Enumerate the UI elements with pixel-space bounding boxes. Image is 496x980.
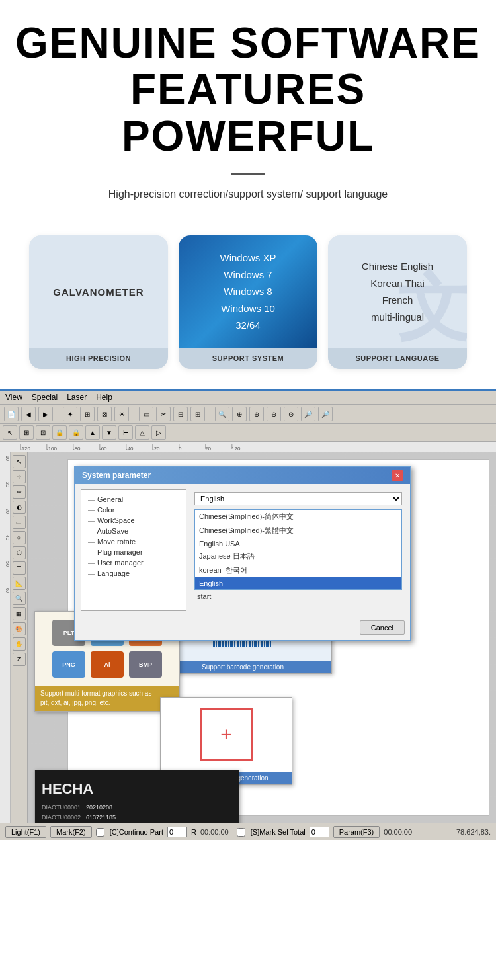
tb2-mirror[interactable]: ⊢ <box>118 425 133 440</box>
lt-zoom[interactable]: 🔍 <box>13 592 26 605</box>
lt-pen[interactable]: ✏ <box>13 485 26 499</box>
lang-option-en[interactable]: English <box>195 577 401 589</box>
qr-corner-bl <box>200 752 209 761</box>
lang-option-cht[interactable]: Chinese(Simplified)-繁體中文 <box>195 524 401 538</box>
tb-sep2 <box>134 407 134 421</box>
tb2-shape4[interactable]: ▷ <box>151 425 166 440</box>
lt-measure[interactable]: 📐 <box>13 577 26 590</box>
lt-hand[interactable]: ✋ <box>13 637 26 651</box>
menu-special[interactable]: Special <box>32 393 58 402</box>
card-footer-galvanometer: HIGH PRECISION <box>29 348 168 369</box>
left-toolbar: ↖ ⊹ ✏ ◐ ▭ ○ ⬡ T 📐 🔍 ▦ 🎨 ✋ Z <box>11 452 28 823</box>
card-galvanometer: GALVANOMETER HIGH PRECISION <box>29 235 168 369</box>
toolbar-tool4[interactable]: ⊞ <box>190 407 205 421</box>
sel-checkbox[interactable] <box>237 828 245 837</box>
toolbar-tool2[interactable]: ✂ <box>156 407 171 421</box>
dialog-body: General Color WorkSpace AutoSave Move ro… <box>75 484 410 616</box>
tb2-shape3[interactable]: △ <box>135 425 149 440</box>
dialog-title-bar: System parameter ✕ <box>75 467 410 484</box>
toolbar-zoom-5[interactable]: 🔎 <box>301 407 315 421</box>
menu-help[interactable]: Help <box>96 393 112 402</box>
qr-body: + <box>161 698 292 772</box>
tb2-shape2[interactable]: ▼ <box>102 425 116 440</box>
toolbar-select2[interactable]: ⊞ <box>80 407 95 421</box>
toolbar-zoom-out2[interactable]: ⊖ <box>267 407 281 421</box>
dialog-item-autosave[interactable]: AutoSave <box>85 526 182 536</box>
toolbar-zoom-6[interactable]: 🔎 <box>318 407 333 421</box>
time1: 00:00:00 <box>200 828 229 836</box>
lt-select[interactable]: ↖ <box>13 455 26 468</box>
hero-section: GENUINE SOFTWARE FEATURES POWERFUL High-… <box>0 0 496 235</box>
tb2-select[interactable]: ⊞ <box>19 425 34 440</box>
tb2-lock1[interactable]: 🔒 <box>52 425 67 440</box>
lt-shape[interactable]: ◐ <box>13 501 26 514</box>
toolbar-zoom-in2[interactable]: ⊕ <box>249 407 264 421</box>
toolbar-zoom-out[interactable]: 🔍 <box>215 407 229 421</box>
card-windows: Windows XPWindows 7Windows 8Windows 1032… <box>179 235 317 369</box>
lang-option-chs[interactable]: Chinese(Simplified)-简体中文 <box>195 510 401 524</box>
lt-color[interactable]: 🎨 <box>13 622 26 635</box>
menu-laser[interactable]: Laser <box>67 393 87 402</box>
hero-title: GENUINE SOFTWARE FEATURES POWERFUL <box>13 20 483 159</box>
dialog-item-general[interactable]: General <box>85 494 182 505</box>
dialog-item-workspace[interactable]: WorkSpace <box>85 515 182 526</box>
language-select[interactable]: English <box>194 492 402 505</box>
toolbar-tool3[interactable]: ⊟ <box>173 407 188 421</box>
continuo-checkbox[interactable] <box>96 828 104 837</box>
title-divider <box>231 173 265 175</box>
tb2-tool1[interactable]: ⊡ <box>36 425 50 440</box>
toolbar-new[interactable]: 📄 <box>4 407 19 421</box>
toolbar-select4[interactable]: ☀ <box>114 407 129 421</box>
toolbar-forward[interactable]: ▶ <box>38 407 53 421</box>
dialog-close-button[interactable]: ✕ <box>392 470 403 481</box>
mark-button[interactable]: Mark(F2) <box>50 826 92 838</box>
toolbar-zoom-fit[interactable]: ⊙ <box>284 407 298 421</box>
lt-polygon[interactable]: ⬡ <box>13 546 26 559</box>
ruler-ticks: -120 -100 -80 -60 -40 -20 0 20 120 <box>20 446 258 452</box>
dialog-item-color[interactable]: Color <box>85 505 182 515</box>
status-coord: -78.624,83. <box>454 828 491 836</box>
toolbar-select1[interactable]: ✦ <box>63 407 77 421</box>
galvanometer-label: GALVANOMETER <box>53 286 144 298</box>
dialog-tree-panel: General Color WorkSpace AutoSave Move ro… <box>81 489 186 611</box>
system-parameter-dialog: System parameter ✕ General Color WorkSpa… <box>74 466 411 641</box>
dialog-item-plug[interactable]: Plug manager <box>85 547 182 557</box>
lt-zoom2[interactable]: Z <box>13 653 26 666</box>
dialog-item-moverotate[interactable]: Move rotate <box>85 536 182 547</box>
toolbar-rect[interactable]: ▭ <box>139 407 153 421</box>
lt-barcode[interactable]: ▦ <box>13 607 26 620</box>
graphics-label: Support multi-format graphics such aspit… <box>35 686 179 711</box>
qr-plus-icon: + <box>220 723 232 746</box>
menu-view[interactable]: View <box>5 393 22 402</box>
dialog-item-user[interactable]: User manager <box>85 557 182 568</box>
dialog-item-language[interactable]: Language <box>85 568 182 579</box>
lt-circle[interactable]: ○ <box>13 531 26 544</box>
lang-option-kr[interactable]: korean- 한국어 <box>195 563 401 577</box>
ruler-vertical: 10 20 30 40 50 60 <box>0 452 11 823</box>
lang-option-en-usa[interactable]: English USA <box>195 538 401 550</box>
card-language: 文 Chinese EnglishKorean ThaiFrenchmulti-… <box>328 235 467 369</box>
continuo-value[interactable] <box>167 827 187 837</box>
tb2-arrow[interactable]: ↖ <box>3 425 17 440</box>
toolbar-select3[interactable]: ⊠ <box>97 407 112 421</box>
toolbar-back[interactable]: ◀ <box>21 407 36 421</box>
dialog-cancel-row: Cancel <box>75 616 410 640</box>
dialog-content-panel: English Chinese(Simplified)-简体中文 Chinese… <box>192 489 405 611</box>
card-inner-windows: Windows XPWindows 7Windows 8Windows 1032… <box>179 235 317 348</box>
card-inner-galvanometer: GALVANOMETER <box>29 235 168 348</box>
factory-row-1: DIAOTU00001DIAOTU00002DIAOTU00003DIAOTU0… <box>42 803 232 823</box>
param-button[interactable]: Param(F3) <box>333 826 380 838</box>
continuo-label: [C]Continuo Part <box>110 828 163 836</box>
tb2-lock2[interactable]: 🔒 <box>69 425 83 440</box>
sel-value[interactable] <box>310 827 329 837</box>
light-button[interactable]: Light(F1) <box>5 826 46 838</box>
dialog-cancel-button[interactable]: Cancel <box>360 620 405 635</box>
toolbar-zoom-in1[interactable]: ⊕ <box>232 407 247 421</box>
lt-rect[interactable]: ▭ <box>13 516 26 529</box>
lang-option-jp[interactable]: Japanese-日本語 <box>195 550 401 563</box>
screenshot-factory: HECHA DIAOTU00001DIAOTU00002DIAOTU00003D… <box>34 770 239 823</box>
lt-node[interactable]: ⊹ <box>13 470 26 483</box>
tb2-shape1[interactable]: ▲ <box>85 425 100 440</box>
lt-text[interactable]: T <box>13 561 26 575</box>
file-icon-ai: Ai <box>91 651 124 678</box>
